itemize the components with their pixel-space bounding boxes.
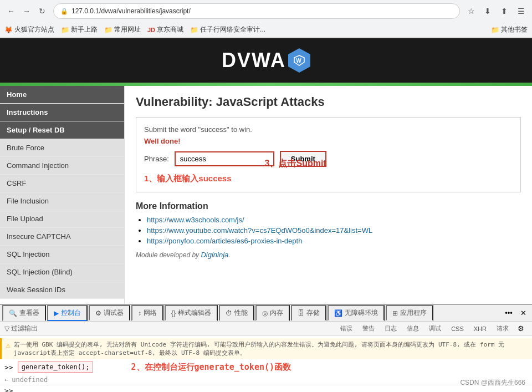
- jd-icon: JD: [147, 27, 155, 33]
- huhu-icon: 🦊: [4, 26, 13, 34]
- other-label: 其他书签: [501, 25, 528, 34]
- filter-icon: ▽: [4, 325, 9, 333]
- warning-icon: ⚠: [6, 341, 11, 349]
- back-button[interactable]: ←: [4, 4, 18, 18]
- share-icon[interactable]: ⬆: [498, 4, 511, 18]
- devtools-tab-style-editor[interactable]: {} 样式编辑器: [165, 305, 218, 321]
- more-info-links: https://www.w3schools.com/js/ https://ww…: [147, 216, 521, 245]
- level-warnings[interactable]: 警告: [358, 322, 379, 335]
- browser-actions: ☆ ⬇ ⬆ ☰: [464, 4, 528, 18]
- console-level-buttons: 错误 警告 日志 信息 调试 CSS XHR 请求 ⚙: [336, 322, 528, 335]
- network-icon: ↕: [138, 309, 141, 317]
- nav-buttons: ← → ↻: [4, 4, 49, 18]
- level-xhr[interactable]: XHR: [469, 322, 491, 335]
- jd-label: 京东商城: [157, 25, 183, 34]
- accessibility-label: 无障碍环境: [345, 308, 378, 318]
- network-label: 网络: [144, 308, 157, 318]
- sidebar-item-csrf[interactable]: CSRF: [0, 175, 124, 192]
- beginner-label: 新手上路: [71, 25, 98, 34]
- menu-icon[interactable]: ☰: [514, 4, 528, 18]
- page-content: DVWA W Home Instructions Setup / Reset D…: [0, 38, 532, 304]
- huhu-label: 火狐官方站点: [14, 25, 54, 34]
- sidebar-item-file-upload[interactable]: File Upload: [0, 210, 124, 228]
- vuln-box: Submit the word "success" to win. Well d…: [136, 117, 521, 192]
- debugger-icon: ⚙: [95, 309, 101, 317]
- devtools-tab-inspector[interactable]: 🔍 查看器: [2, 305, 46, 321]
- link-youtube[interactable]: https://www.youtube.com/watch?v=cs7EQdWO…: [147, 226, 372, 235]
- level-debug[interactable]: 调试: [424, 322, 446, 335]
- bookmarks-bar: 🦊 火狐官方站点 📁 新手上路 📁 常用网址 JD 京东商城 📁 任子行网络安全…: [0, 22, 532, 38]
- inspector-label: 查看器: [19, 308, 39, 318]
- console-icon: ▶: [54, 309, 59, 317]
- bookmark-common[interactable]: 📁 常用网址: [104, 25, 141, 34]
- sidebar-item-file-inclusion[interactable]: File Inclusion: [0, 192, 124, 210]
- inspector-icon: 🔍: [9, 309, 17, 317]
- level-errors[interactable]: 错误: [336, 322, 357, 335]
- bookmark-security[interactable]: 📁 任子行网络安全审计...: [190, 25, 265, 34]
- link-w3schools[interactable]: https://www.w3schools.com/js/: [147, 216, 244, 224]
- bookmark-huhu[interactable]: 🦊 火狐官方站点: [4, 25, 54, 34]
- annotation-1: 1、输入框输入success: [144, 174, 232, 184]
- devtools-tab-application[interactable]: ⊞ 应用程序: [386, 305, 433, 321]
- bookmark-other[interactable]: 📁 其他书签: [491, 25, 528, 34]
- level-requests[interactable]: 请求: [492, 322, 513, 335]
- well-done-text: Well done!: [144, 137, 513, 145]
- sidebar-item-weak-session[interactable]: Weak Session IDs: [0, 281, 124, 299]
- download-icon[interactable]: ⬇: [481, 4, 494, 18]
- return-arrow: ←: [4, 376, 8, 384]
- sidebar-item-sql-injection[interactable]: SQL Injection: [0, 246, 124, 263]
- dvwa-shield-icon: W: [288, 48, 310, 73]
- module-dev: Module developed by Digininja.: [136, 251, 521, 259]
- console-input[interactable]: [16, 387, 528, 393]
- application-icon: ⊞: [392, 309, 398, 317]
- forward-button[interactable]: →: [20, 4, 33, 18]
- devtools-tab-console[interactable]: ▶ 控制台: [47, 305, 88, 321]
- bookmark-beginner[interactable]: 📁 新手上路: [61, 25, 98, 34]
- memory-label: 内存: [270, 308, 283, 318]
- browser-chrome: ← → ↻ 🔒 127.0.0.1/dvwa/vulnerabilities/j…: [0, 0, 532, 38]
- devtools-tab-memory[interactable]: ◎ 内存: [255, 305, 290, 321]
- sidebar-item-sql-injection-blind[interactable]: SQL Injection (Blind): [0, 263, 124, 281]
- phrase-row: Phrase: Submit: [144, 151, 513, 167]
- devtools-tab-performance[interactable]: ⏱ 性能: [219, 305, 254, 321]
- console-input-row: >>: [0, 385, 532, 392]
- digininja-link[interactable]: Digininja: [201, 251, 228, 259]
- sidebar: Home Instructions Setup / Reset DB Brute…: [0, 86, 125, 304]
- devtools-tab-network[interactable]: ↕ 网络: [131, 305, 163, 321]
- devtools-tab-storage[interactable]: 🗄 存储: [291, 305, 326, 321]
- svg-text:W: W: [296, 58, 302, 64]
- level-info[interactable]: 信息: [402, 322, 423, 335]
- level-log[interactable]: 日志: [380, 322, 401, 335]
- console-toolbar: ▽ 过滤输出 错误 警告 日志 信息 调试 CSS XHR 请求 ⚙: [0, 322, 532, 336]
- security-label: 任子行网络安全审计...: [200, 25, 265, 34]
- sidebar-item-home[interactable]: Home: [0, 86, 124, 104]
- sidebar-item-insecure-captcha[interactable]: Insecure CAPTCHA: [0, 228, 124, 246]
- annotation-2: 2、在控制台运行generate_token()函数: [131, 362, 291, 373]
- link-ponyfoo[interactable]: https://ponyfoo.com/articles/es6-proxies…: [147, 237, 302, 245]
- refresh-button[interactable]: ↻: [35, 4, 49, 18]
- content-area: Vulnerability: JavaScript Attacks Submit…: [125, 86, 532, 304]
- devtools-tabs: 🔍 查看器 ▶ 控制台 ⚙ 调试器 ↕ 网络 {} 样式编辑器 ⏱ 性能 ◎ 内…: [0, 305, 532, 322]
- sidebar-item-setup[interactable]: Setup / Reset DB: [0, 121, 124, 139]
- bookmark-jd[interactable]: JD 京东商城: [147, 25, 183, 34]
- dvwa-logo: DVWA W: [222, 48, 310, 73]
- console-code-row: >> generate_token(); 2、在控制台运行generate_to…: [0, 359, 532, 375]
- devtools-tab-debugger[interactable]: ⚙ 调试器: [89, 305, 130, 321]
- devtools-tab-accessibility[interactable]: ♿ 无障碍环境: [328, 305, 385, 321]
- sidebar-item-instructions[interactable]: Instructions: [0, 104, 124, 121]
- level-css[interactable]: CSS: [447, 322, 468, 335]
- address-bar[interactable]: 🔒 127.0.0.1/dvwa/vulnerabilities/javascr…: [53, 3, 460, 19]
- sidebar-item-command-injection[interactable]: Command Injection: [0, 157, 124, 175]
- bookmark-icon[interactable]: ☆: [464, 4, 478, 18]
- phrase-input[interactable]: [175, 151, 274, 166]
- console-code-entry: generate_token();: [18, 362, 94, 373]
- sidebar-item-brute-force[interactable]: Brute Force: [0, 139, 124, 157]
- devtools-more-btn[interactable]: •••: [502, 307, 515, 320]
- devtools-close-btn[interactable]: ✕: [516, 307, 530, 320]
- console-settings-icon[interactable]: ⚙: [514, 322, 528, 335]
- filter-button[interactable]: ▽ 过滤输出: [4, 324, 38, 333]
- watermark: CSDN @西西先生666: [460, 378, 525, 388]
- folder-icon-1: 📁: [61, 26, 69, 34]
- folder-icon-3: 📁: [190, 26, 198, 34]
- phrase-label: Phrase:: [144, 155, 169, 163]
